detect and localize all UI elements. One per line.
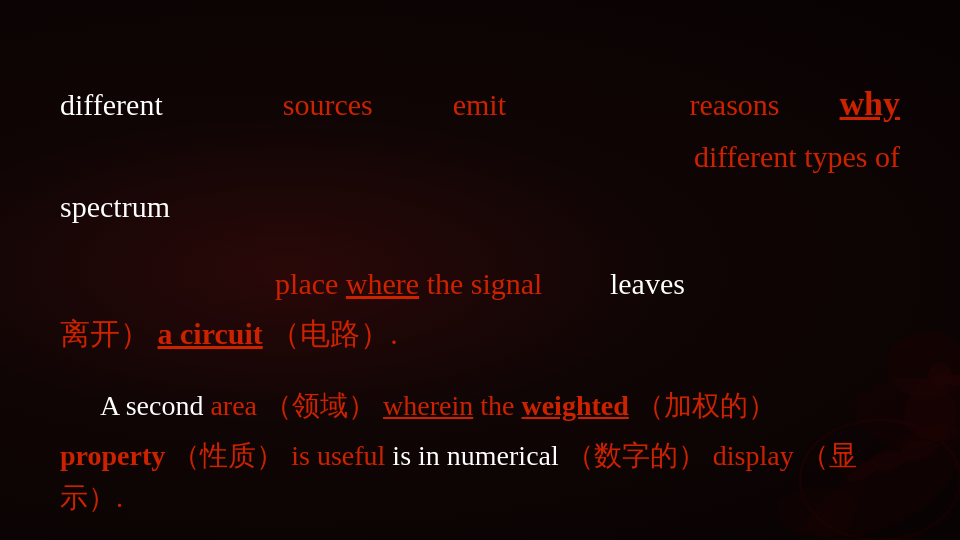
word-spectrum: spectrum bbox=[60, 190, 170, 223]
word-wherein: wherein bbox=[383, 390, 473, 421]
word-why: why bbox=[840, 80, 900, 128]
word-a-second: A second bbox=[100, 390, 203, 421]
line-3: spectrum bbox=[60, 186, 900, 228]
line-circuit: 离开） a circuit （电路）. bbox=[60, 313, 900, 355]
word-circuit: a circuit bbox=[158, 317, 263, 350]
word-weighted: weighted bbox=[521, 390, 628, 421]
word-shuzide: （数字的） bbox=[566, 440, 706, 471]
word-the2: the bbox=[480, 390, 514, 421]
word-dianluo: （电路）. bbox=[270, 317, 398, 350]
word-jiaquande: （加权的） bbox=[636, 390, 776, 421]
word-is-in: is in bbox=[392, 440, 439, 471]
word-area: area bbox=[210, 390, 257, 421]
word-linyu: （领域） bbox=[264, 390, 376, 421]
word-different: different bbox=[60, 84, 163, 126]
word-display: display bbox=[713, 440, 794, 471]
word-place: place bbox=[275, 267, 338, 300]
line-second: A second area （领域） wherein the weighted … bbox=[60, 385, 900, 427]
word-sources: sources bbox=[283, 84, 373, 126]
word-reasons: reasons bbox=[690, 84, 780, 126]
line-1: different sources emit reasons why bbox=[60, 80, 900, 128]
main-content: different sources emit reasons why diffe… bbox=[0, 0, 960, 540]
word-leaves: leaves bbox=[610, 267, 685, 300]
word-emit: emit bbox=[453, 84, 506, 126]
word-property: property bbox=[60, 440, 165, 471]
word-is-useful: is useful bbox=[291, 440, 385, 471]
word-numerical: numerical bbox=[447, 440, 559, 471]
word-different-types: different types of bbox=[694, 140, 900, 173]
word-where: where bbox=[346, 267, 419, 300]
line-place: place where the signal leaves bbox=[60, 263, 900, 305]
line-2: different types of bbox=[60, 136, 900, 178]
line-property: property （性质） is useful is in numerical … bbox=[60, 435, 900, 519]
word-the-signal: the signal bbox=[427, 267, 543, 300]
word-xingzhi: （性质） bbox=[172, 440, 284, 471]
word-likai: 离开） bbox=[60, 317, 150, 350]
